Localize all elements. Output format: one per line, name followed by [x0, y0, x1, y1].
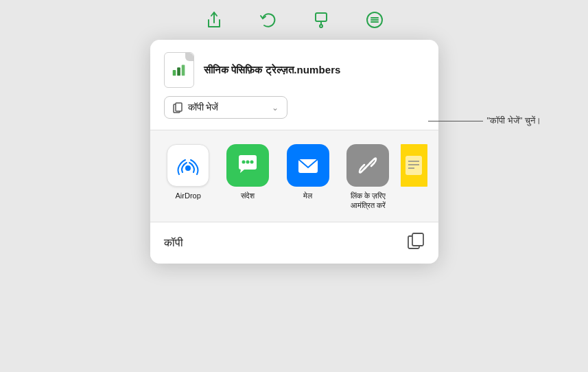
app-mail[interactable]: मेल [281, 144, 335, 200]
dropdown-label: कॉपी भेजें [188, 102, 219, 113]
svg-point-15 [250, 161, 254, 164]
invite-link-label: लिंक के ज़रिए आमंत्रित करें [340, 191, 395, 211]
mail-icon [287, 144, 329, 187]
svg-rect-7 [172, 70, 176, 75]
file-icon [164, 52, 194, 88]
toolbar [0, 0, 588, 37]
share-icon[interactable] [204, 10, 224, 30]
file-header: सीनिक पेसिफ़िक ट्रेल्ज़त.numbers कॉपी भे… [150, 40, 438, 130]
svg-rect-17 [405, 156, 422, 175]
svg-point-2 [320, 25, 322, 27]
undo-icon[interactable] [257, 10, 278, 30]
copy-icon [407, 232, 425, 254]
apps-section: AirDrop संदेश मेल [150, 130, 438, 222]
chevron-icon: ⌄ [272, 103, 279, 113]
file-title: सीनिक पेसिफ़िक ट्रेल्ज़त.numbers [204, 64, 341, 76]
copy-label: कॉपी [164, 237, 183, 249]
mail-label: मेल [303, 191, 312, 200]
invite-link-icon [346, 144, 389, 187]
svg-rect-1 [316, 13, 327, 21]
brush-icon[interactable] [311, 10, 331, 30]
svg-point-14 [246, 161, 250, 164]
messages-label: संदेश [241, 191, 255, 200]
notes-icon [401, 144, 427, 187]
app-airdrop[interactable]: AirDrop [161, 144, 215, 200]
share-panel: सीनिक पेसिफ़िक ट्रेल्ज़त.numbers कॉपी भे… [150, 40, 438, 264]
svg-rect-9 [181, 65, 185, 76]
messages-icon [226, 144, 269, 187]
app-notes[interactable] [401, 144, 427, 187]
svg-rect-22 [412, 233, 423, 246]
callout-line [428, 121, 483, 121]
svg-point-12 [185, 165, 191, 171]
app-messages[interactable]: संदेश [221, 144, 275, 200]
callout-text: "कॉपी भेजें" चुनें। [487, 115, 541, 126]
app-invite-link[interactable]: लिंक के ज़रिए आमंत्रित करें [340, 144, 395, 211]
copy-type-dropdown[interactable]: कॉपी भेजें ⌄ [164, 96, 287, 119]
svg-point-13 [242, 161, 246, 164]
svg-rect-11 [176, 103, 182, 111]
svg-rect-8 [177, 67, 180, 75]
copy-row[interactable]: कॉपी [150, 222, 438, 264]
callout: "कॉपी भेजें" चुनें। [428, 115, 541, 126]
airdrop-label: AirDrop [176, 191, 201, 200]
list-icon[interactable] [364, 10, 385, 30]
airdrop-icon [167, 144, 209, 187]
